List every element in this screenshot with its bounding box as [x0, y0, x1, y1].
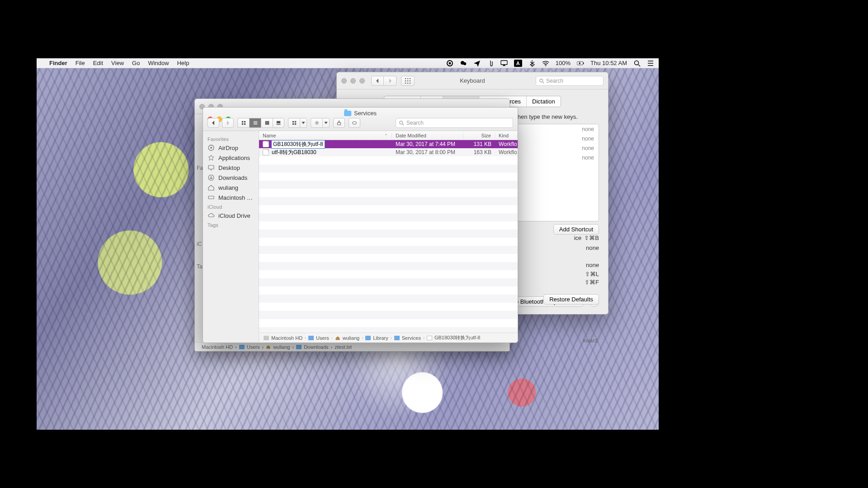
status-record-icon[interactable] — [446, 60, 453, 67]
status-clock[interactable]: Thu 10:52 AM — [590, 60, 627, 66]
tab-dictation[interactable]: Dictation — [527, 96, 561, 107]
sidebar-item-macintosh-hd[interactable]: Macintosh HD — [203, 192, 259, 202]
workflow-icon — [263, 141, 269, 147]
menu-view[interactable]: View — [111, 60, 124, 66]
menu-window[interactable]: Window — [148, 60, 169, 66]
gallery-view-button[interactable] — [273, 118, 284, 128]
extra-key: none — [586, 244, 599, 251]
share-button[interactable] — [333, 118, 345, 128]
sidebar-item-airdrop[interactable]: AirDrop — [203, 143, 259, 153]
bg-side-label: iC — [197, 241, 202, 247]
prefs-forward-button[interactable] — [384, 76, 396, 86]
svg-rect-25 — [253, 122, 257, 123]
status-battery-icon[interactable] — [577, 60, 584, 67]
path-bar[interactable]: Macintosh HD› Users› wuliang› Library› S… — [259, 333, 518, 343]
status-send-icon[interactable] — [473, 60, 481, 67]
svg-point-11 — [407, 78, 409, 79]
finder-toolbar[interactable]: Services — [203, 108, 518, 131]
svg-rect-44 — [208, 165, 214, 169]
status-wifi-icon[interactable] — [542, 60, 549, 67]
menu-edit[interactable]: Edit — [93, 60, 103, 66]
share-icon — [337, 121, 341, 125]
extra-label: ice — [574, 235, 582, 241]
svg-rect-22 — [241, 123, 243, 125]
sidebar-item-applications[interactable]: Applications — [203, 153, 259, 163]
svg-point-1 — [448, 62, 451, 64]
menu-go[interactable]: Go — [132, 60, 140, 66]
forward-button[interactable] — [222, 118, 234, 128]
bg-side-label: Fa — [197, 165, 203, 171]
search-icon — [399, 120, 404, 126]
prefs-hint-fragment: kward. — [583, 338, 599, 344]
svg-rect-20 — [241, 121, 243, 122]
col-size[interactable]: Size — [463, 133, 495, 138]
airdrop-icon — [208, 144, 215, 151]
finder-title: Services — [344, 110, 377, 117]
list-view-button[interactable] — [249, 118, 261, 128]
file-name: utf-8转为GB18030 — [272, 149, 316, 156]
sidebar-head-tags: Tags — [203, 221, 259, 229]
sidebar-head-favorites: Favorites — [203, 135, 259, 143]
arrange-button[interactable] — [288, 118, 307, 128]
icon-view-button[interactable] — [237, 118, 249, 128]
bg-path-bar[interactable]: Macintosh HD› Users› wuliang› Downloads›… — [195, 342, 509, 351]
finder-window: Services — [203, 107, 518, 343]
extra-key: ⇧⌘F — [585, 279, 599, 286]
svg-point-38 — [316, 122, 317, 124]
tags-button[interactable] — [349, 118, 360, 128]
view-mode-segment[interactable] — [237, 118, 284, 128]
sidebar-item-home[interactable]: wuliang — [203, 183, 259, 192]
svg-rect-24 — [253, 122, 257, 122]
status-bluetooth-icon[interactable] — [528, 60, 536, 67]
column-headers[interactable]: Name⌃ Date Modified Size Kind — [259, 131, 518, 140]
prefs-show-all-button[interactable] — [401, 76, 415, 86]
action-button[interactable] — [311, 118, 330, 128]
menu-file[interactable]: File — [75, 60, 85, 66]
folder-icon — [365, 336, 371, 340]
finder-search-field[interactable]: Search — [396, 118, 513, 128]
sidebar-item-downloads[interactable]: Downloads — [203, 173, 259, 183]
col-date-modified[interactable]: Date Modified — [392, 133, 463, 138]
file-name-edit[interactable]: GB18030转换为utf-8 — [272, 141, 325, 148]
gear-icon — [315, 121, 319, 125]
svg-rect-34 — [292, 121, 293, 122]
col-name[interactable]: Name⌃ — [259, 133, 392, 138]
menubar-app-name[interactable]: Finder — [49, 60, 67, 66]
file-list[interactable]: GB18030转换为utf-8 Mar 30, 2017 at 7:44 PM … — [259, 140, 518, 333]
svg-rect-27 — [265, 121, 266, 125]
sidebar-item-icloud-drive[interactable]: iCloud Drive — [203, 211, 259, 221]
status-input-source-icon[interactable]: A — [514, 60, 522, 67]
menu-help[interactable]: Help — [177, 60, 189, 66]
workflow-icon — [263, 149, 269, 155]
back-button[interactable] — [208, 118, 219, 128]
prefs-titlebar[interactable]: Keyboard Search — [337, 72, 608, 89]
svg-rect-37 — [294, 123, 296, 125]
svg-point-13 — [405, 80, 406, 81]
folder-icon — [394, 336, 400, 340]
table-row[interactable]: GB18030转换为utf-8 Mar 30, 2017 at 7:44 PM … — [259, 140, 518, 148]
prefs-close-button[interactable] — [341, 78, 347, 84]
status-notification-center-icon[interactable] — [647, 60, 654, 67]
prefs-minimize-button[interactable] — [350, 78, 356, 84]
menubar: Finder File Edit View Go Window Help A 1… — [37, 58, 659, 68]
restore-defaults-button[interactable]: Restore Defaults — [543, 294, 599, 305]
add-shortcut-button[interactable]: Add Shortcut — [553, 224, 599, 235]
prefs-zoom-button[interactable] — [359, 78, 365, 84]
finder-sidebar[interactable]: Favorites AirDrop Applications Desktop D… — [203, 131, 259, 343]
svg-rect-21 — [244, 121, 245, 122]
sidebar-item-desktop[interactable]: Desktop — [203, 163, 259, 173]
prefs-search-field[interactable]: Search — [536, 76, 604, 86]
home-icon — [208, 184, 215, 191]
prefs-back-button[interactable] — [371, 76, 384, 86]
col-kind[interactable]: Kind — [495, 133, 518, 138]
status-airplay-icon[interactable] — [500, 60, 508, 67]
status-attachment-icon[interactable] — [487, 60, 494, 67]
folder-icon — [344, 111, 351, 116]
svg-rect-30 — [277, 121, 280, 123]
status-wechat-icon[interactable] — [460, 60, 467, 67]
column-view-button[interactable] — [261, 118, 273, 128]
status-spotlight-icon[interactable] — [633, 60, 641, 67]
hd-icon — [208, 194, 215, 201]
svg-rect-28 — [266, 121, 268, 125]
table-row[interactable]: utf-8转为GB18030 Mar 30, 2017 at 8:00 PM 1… — [259, 148, 518, 156]
